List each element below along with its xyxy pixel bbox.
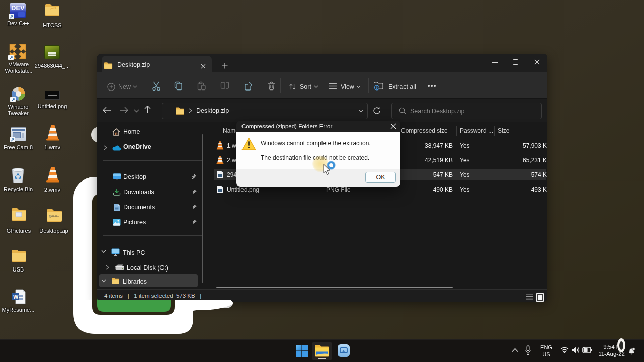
svg-text:W: W	[13, 294, 19, 300]
